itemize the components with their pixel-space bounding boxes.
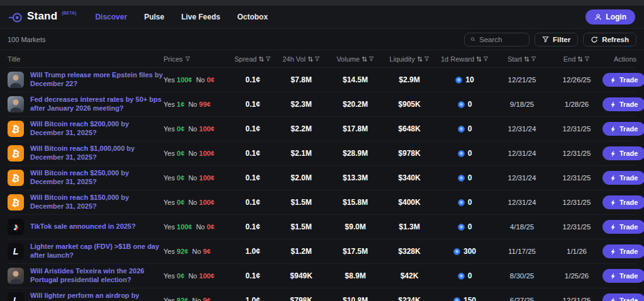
market-title-link[interactable]: Fed decreases interest rates by 50+ bps …	[30, 96, 164, 113]
end-date: 12/31/25	[551, 199, 602, 206]
yes-label: Yes	[164, 272, 175, 280]
liquidity-value: $1.3M	[382, 222, 436, 231]
reward-value: 0	[468, 149, 472, 158]
bitcoin-icon: ₿	[8, 170, 24, 186]
prices-cell: Yes 0¢ No 100¢	[164, 174, 231, 182]
yes-label: Yes	[164, 101, 175, 108]
market-title-link[interactable]: Lighter market cap (FDV) >$1B one day af…	[30, 243, 164, 260]
reward-coin-icon	[458, 199, 465, 206]
market-title-cell: ₿Will Bitcoin reach $200,000 by December…	[8, 120, 164, 138]
reward-coin-icon	[455, 77, 462, 84]
filter-button[interactable]: Filter	[535, 33, 578, 47]
trade-button[interactable]: Trade	[602, 293, 644, 301]
market-title-link[interactable]: Will Aristides Teixeira win the 2026 Por…	[30, 267, 164, 285]
market-row: ♪TikTok sale announced in 2025?Yes 100¢ …	[8, 215, 636, 239]
column-header-prices[interactable]: Prices	[164, 55, 231, 63]
search-input[interactable]	[479, 36, 523, 43]
liquidity-value: $978K	[382, 149, 436, 158]
column-header-start[interactable]: Start	[493, 55, 551, 63]
column-header-action: Actions	[602, 55, 636, 63]
refresh-icon	[591, 36, 598, 43]
prices-cell: Yes 92¢ No 9¢	[164, 248, 231, 255]
liquidity-value: $905K	[382, 100, 436, 109]
market-title-link[interactable]: Will Trump release more Epstein files by…	[30, 71, 164, 89]
market-title-link[interactable]: Will lighter perform an airdrop by Decem…	[30, 292, 164, 301]
column-header-end[interactable]: End	[551, 55, 602, 63]
no-price: 100¢	[199, 150, 214, 157]
top-navbar: Stand (BETA) DiscoverPulseLive FeedsOcto…	[0, 6, 644, 29]
market-row: LWill lighter perform an airdrop by Dece…	[8, 288, 636, 301]
liquidity-value: $328K	[382, 247, 436, 256]
trade-button[interactable]: Trade	[602, 171, 644, 185]
search-icon	[470, 36, 475, 43]
vol24h-value: $2.3M	[274, 100, 328, 109]
nav-item-pulse[interactable]: Pulse	[144, 13, 164, 21]
market-title-cell: LWill lighter perform an airdrop by Dece…	[8, 292, 164, 301]
market-title-link[interactable]: Will Bitcoin reach $1,000,000 by Decembe…	[30, 145, 164, 162]
yes-price: 92¢	[177, 248, 188, 255]
volume-value: $13.3M	[328, 173, 382, 182]
sort-icon	[308, 56, 313, 62]
spread-value: 0.1¢	[231, 124, 274, 133]
yes-label: Yes	[164, 297, 175, 301]
yes-price: 100¢	[177, 223, 192, 231]
no-price: 0¢	[207, 223, 214, 231]
trade-button[interactable]: Trade	[602, 146, 644, 160]
nav-item-live-feeds[interactable]: Live Feeds	[181, 13, 220, 21]
column-header-reward[interactable]: 1d Reward	[436, 55, 493, 63]
reward-cell: 0	[436, 271, 493, 280]
trade-button[interactable]: Trade	[602, 195, 644, 209]
tiktok-icon: ♪	[8, 219, 24, 235]
trade-button[interactable]: Trade	[602, 73, 644, 87]
action-cell: Trade	[602, 122, 636, 136]
market-title-link[interactable]: Will Bitcoin reach $200,000 by December …	[30, 120, 164, 138]
volume-value: $15.8M	[328, 198, 382, 207]
nav-item-octobox[interactable]: Octobox	[237, 13, 268, 21]
volume-value: $14.5M	[328, 75, 382, 84]
market-title-cell: LLighter market cap (FDV) >$1B one day a…	[8, 243, 164, 260]
trade-button[interactable]: Trade	[602, 97, 644, 111]
table-body: Will Trump release more Epstein files by…	[8, 68, 636, 301]
no-label: No	[188, 125, 197, 133]
refresh-button[interactable]: Refresh	[583, 33, 636, 47]
column-header-volume[interactable]: Volume	[328, 55, 382, 63]
column-header-liquidity[interactable]: Liquidity	[382, 55, 436, 63]
prices-cell: Yes 1¢ No 99¢	[164, 101, 231, 108]
market-title-link[interactable]: Will Bitcoin reach $150,000 by December …	[30, 194, 164, 211]
market-title-cell: ₿Will Bitcoin reach $1,000,000 by Decemb…	[8, 145, 164, 162]
reward-coin-icon	[458, 126, 465, 133]
action-cell: Trade	[602, 97, 636, 111]
yes-price: 1¢	[177, 101, 184, 108]
reward-value: 0	[468, 222, 472, 231]
market-title-link[interactable]: Will Bitcoin reach $250,000 by December …	[30, 169, 164, 187]
login-button[interactable]: Login	[586, 9, 635, 25]
nav-item-discover[interactable]: Discover	[95, 13, 127, 21]
column-header-vol24h[interactable]: 24h Vol	[274, 55, 328, 63]
market-title-cell: ₿Will Bitcoin reach $150,000 by December…	[8, 194, 164, 211]
lightning-icon	[610, 101, 616, 108]
market-row: Will Aristides Teixeira win the 2026 Por…	[8, 264, 636, 288]
prices-cell: Yes 0¢ No 100¢	[164, 272, 231, 280]
prices-cell: Yes 100¢ No 0¢	[164, 223, 231, 231]
start-date: 12/31/24	[493, 174, 551, 182]
reward-value: 0	[468, 100, 472, 109]
trade-button[interactable]: Trade	[602, 244, 644, 258]
brand[interactable]: Stand (BETA)	[9, 10, 76, 25]
market-title-link[interactable]: TikTok sale announced in 2025?	[30, 222, 136, 231]
no-label: No	[188, 199, 197, 206]
market-row: LLighter market cap (FDV) >$1B one day a…	[8, 239, 636, 264]
spread-value: 1.0¢	[231, 247, 274, 256]
reward-coin-icon	[458, 150, 465, 157]
search-box[interactable]	[464, 33, 530, 47]
start-date: 12/31/24	[493, 150, 551, 157]
column-filter-icon	[483, 56, 489, 62]
trade-button[interactable]: Trade	[602, 122, 644, 136]
reward-cell: 10	[436, 75, 493, 84]
volume-value: $9.0M	[328, 222, 382, 231]
column-header-spread[interactable]: Spread	[231, 55, 274, 63]
no-price: 0¢	[207, 76, 214, 84]
market-row: Fed decreases interest rates by 50+ bps …	[8, 92, 636, 117]
trade-button[interactable]: Trade	[602, 220, 644, 234]
end-date: 1/25/26	[551, 272, 602, 280]
trade-button[interactable]: Trade	[602, 269, 644, 283]
